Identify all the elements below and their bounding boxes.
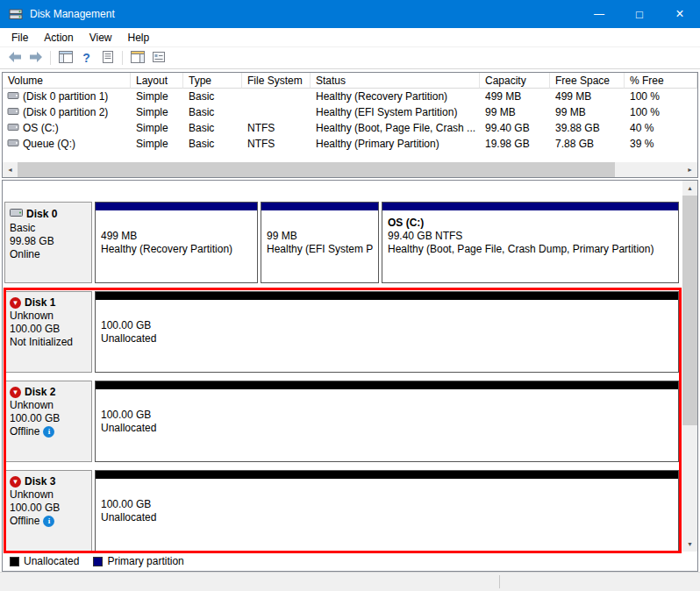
column-header-volume[interactable]: Volume: [3, 73, 131, 89]
file-system-cell: NTFS: [242, 136, 311, 152]
unallocated-region[interactable]: 100.00 GB Unallocated: [95, 381, 679, 462]
pct-free-cell: 100 %: [625, 104, 697, 120]
volume-name: (Disk 0 partition 1): [23, 90, 108, 103]
vertical-scroll-track[interactable]: [682, 425, 697, 537]
status-cell: Healthy (Primary Partition): [311, 136, 480, 152]
titlebar: Disk Management — □ ×: [0, 0, 700, 28]
column-header-free-space[interactable]: Free Space: [550, 73, 625, 89]
menu-action[interactable]: Action: [36, 28, 81, 46]
disk-3-block: ▾ Disk 3 Unknown 100.00 GB Offline i: [4, 470, 679, 552]
menu-file[interactable]: File: [4, 28, 36, 46]
minimize-icon: —: [594, 8, 604, 20]
volume-row-queue-q[interactable]: Queue (Q:) Simple Basic NTFS Healthy (Pr…: [3, 136, 697, 152]
partition-name: [101, 217, 252, 230]
volume-cell: (Disk 0 partition 2): [3, 104, 131, 120]
disk-error-icon: ▾: [10, 387, 21, 398]
free-space-cell: 99 MB: [550, 104, 625, 120]
column-header-file-system[interactable]: File System: [242, 73, 311, 89]
help-button[interactable]: ?: [76, 48, 96, 68]
volume-icon: [7, 138, 19, 151]
legend-unallocated: Unallocated: [10, 555, 79, 567]
volume-cell: OS (C:): [3, 120, 131, 136]
partition-size: 499 MB: [101, 230, 252, 243]
disk-1-label-panel[interactable]: ▾ Disk 1 Unknown 100.00 GB Not Initializ…: [4, 291, 92, 373]
disk-area: Disk 0 Basic 99.98 GB Online 49: [3, 181, 697, 552]
status-section-right: [500, 573, 700, 591]
volume-name: OS (C:): [23, 122, 59, 134]
partition-status: Unallocated: [101, 511, 673, 524]
volume-row-disk0-partition1[interactable]: (Disk 0 partition 1) Simple Basic Health…: [3, 89, 697, 104]
unallocated-region[interactable]: 100.00 GB Unallocated: [95, 291, 679, 373]
disk-state: Offline: [10, 425, 39, 438]
graphical-view-pane: Disk 0 Basic 99.98 GB Online 49: [2, 180, 698, 572]
unallocated-band: [96, 381, 678, 389]
unallocated-band: [96, 292, 678, 300]
partition-text: 100.00 GB Unallocated: [96, 389, 678, 435]
column-header-capacity[interactable]: Capacity: [480, 73, 550, 89]
column-header-layout[interactable]: Layout: [131, 73, 183, 89]
partition-status: Healthy (Boot, Page File, Crash Dump, Pr…: [388, 243, 673, 256]
export-list-button[interactable]: [97, 48, 118, 68]
scroll-right-arrow[interactable]: ►: [682, 162, 697, 177]
disk-name: Disk 2: [25, 386, 55, 399]
capacity-cell: 499 MB: [480, 89, 550, 104]
menu-view[interactable]: View: [82, 28, 120, 46]
maximize-button[interactable]: □: [619, 0, 660, 28]
disk-name: Disk 3: [25, 475, 55, 488]
partition-text: OS (C:) 99.40 GB NTFS Healthy (Boot, Pag…: [382, 210, 678, 256]
unallocated-region[interactable]: 100.00 GB Unallocated: [95, 470, 679, 552]
volume-cell: Queue (Q:): [3, 136, 131, 152]
volume-list-empty-space: [3, 152, 697, 162]
volume-icon: [7, 122, 19, 135]
volume-row-disk0-partition2[interactable]: (Disk 0 partition 2) Simple Basic Health…: [3, 104, 697, 120]
window-title: Disk Management: [30, 8, 115, 20]
scroll-left-arrow[interactable]: ◄: [3, 162, 18, 177]
close-button[interactable]: ×: [660, 0, 700, 28]
unallocated-band: [96, 471, 678, 479]
horizontal-scrollbar[interactable]: ◄ ►: [3, 162, 697, 177]
disk-2-label-panel[interactable]: ▾ Disk 2 Unknown 100.00 GB Offline i: [4, 381, 92, 462]
vertical-scrollbar[interactable]: ▲ ▼: [682, 181, 697, 552]
partition-text: 499 MB Healthy (Recovery Partition): [96, 210, 257, 256]
close-icon: ×: [675, 6, 683, 22]
properties-button[interactable]: [148, 48, 168, 68]
horizontal-scroll-thumb[interactable]: [18, 162, 615, 177]
volume-icon: [7, 106, 19, 119]
forward-button[interactable]: [25, 48, 46, 68]
free-space-cell: 39.88 GB: [550, 120, 625, 136]
disk-state: Online: [10, 248, 87, 261]
action-pane-icon: [131, 51, 145, 66]
primary-partition-band: [96, 203, 257, 210]
minimize-button[interactable]: —: [579, 0, 619, 28]
type-cell: Basic: [183, 120, 242, 136]
column-header-status[interactable]: Status: [311, 73, 480, 89]
partition-recovery[interactable]: 499 MB Healthy (Recovery Partition): [95, 202, 258, 283]
disk-icon: [10, 207, 23, 222]
disk-0-label-panel[interactable]: Disk 0 Basic 99.98 GB Online: [4, 202, 92, 283]
column-header-type[interactable]: Type: [183, 73, 242, 89]
menu-help[interactable]: Help: [120, 28, 158, 46]
scroll-up-arrow[interactable]: ▲: [682, 181, 697, 196]
status-bar: [0, 572, 700, 591]
console-tree-icon: [59, 51, 73, 66]
pct-free-cell: 40 %: [625, 120, 697, 136]
partition-status: Unallocated: [101, 332, 673, 345]
vertical-scroll-thumb[interactable]: [682, 196, 697, 425]
disk-state: Not Initialized: [10, 336, 87, 349]
console-tree-button[interactable]: [55, 48, 75, 68]
back-button[interactable]: [4, 48, 25, 68]
volume-row-os-c[interactable]: OS (C:) Simple Basic NTFS Healthy (Boot,…: [3, 120, 697, 136]
action-pane-button[interactable]: [127, 48, 147, 68]
column-header-pct-free[interactable]: % Free: [625, 73, 697, 89]
partition-text: 100.00 GB Unallocated: [96, 479, 678, 524]
scroll-down-arrow[interactable]: ▼: [682, 537, 697, 552]
pct-free-cell: 100 %: [625, 89, 697, 104]
partition-os-c[interactable]: OS (C:) 99.40 GB NTFS Healthy (Boot, Pag…: [382, 202, 679, 283]
partition-efi[interactable]: 99 MB Healthy (EFI System Partition): [261, 202, 379, 283]
volume-name: Queue (Q:): [23, 138, 75, 150]
disk-size: 99.98 GB: [10, 235, 87, 248]
content-area: Volume Layout Type File System Status Ca…: [0, 69, 700, 572]
disk-2-block: ▾ Disk 2 Unknown 100.00 GB Offline i: [4, 381, 679, 462]
disk-3-label-panel[interactable]: ▾ Disk 3 Unknown 100.00 GB Offline i: [4, 470, 92, 552]
volume-cell: (Disk 0 partition 1): [3, 89, 131, 104]
